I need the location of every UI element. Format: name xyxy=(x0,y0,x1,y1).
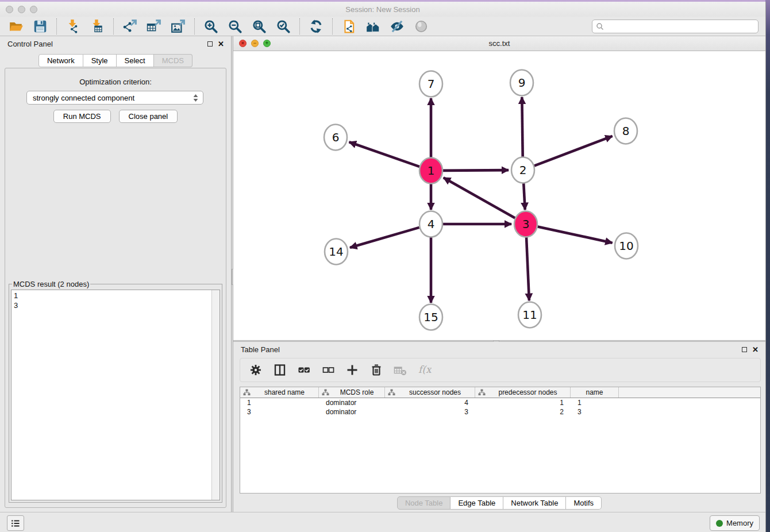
node-table-body: 1dominator4113dominator323 xyxy=(240,398,760,417)
node-6[interactable]: 6 xyxy=(324,125,347,151)
result-scrollbar[interactable] xyxy=(211,290,220,500)
node-14[interactable]: 14 xyxy=(325,239,348,265)
criterion-dropdown[interactable]: strongly connected component xyxy=(26,91,203,105)
cell-MCDS-role[interactable]: dominator xyxy=(319,408,385,416)
network-view-title: scc.txt xyxy=(233,39,765,48)
network-canvas[interactable]: 7968124314101511 xyxy=(233,51,765,340)
memory-status-icon xyxy=(716,520,723,527)
edge-2-8[interactable] xyxy=(534,136,613,166)
show-all-button[interactable] xyxy=(413,18,429,34)
tab-mcds[interactable]: MCDS xyxy=(154,54,192,67)
import-table-button[interactable] xyxy=(89,18,105,34)
node-9[interactable]: 9 xyxy=(510,70,533,96)
edge-1-2[interactable] xyxy=(443,170,509,171)
tab-node-table[interactable]: Node Table xyxy=(397,496,451,510)
cell-name[interactable]: 3 xyxy=(571,408,619,416)
edge-2-3[interactable] xyxy=(523,182,525,210)
column-header-MCDS-role[interactable]: MCDS role xyxy=(319,387,385,398)
cell-shared-name[interactable]: 1 xyxy=(240,399,319,407)
node-7[interactable]: 7 xyxy=(419,71,442,97)
column-header-shared-name[interactable]: shared name xyxy=(240,387,319,398)
edge-2-9[interactable] xyxy=(522,97,522,158)
control-panel-float-icon[interactable] xyxy=(207,41,213,47)
cell-predecessor-nodes[interactable]: 2 xyxy=(475,408,571,416)
table-row[interactable]: 1dominator411 xyxy=(240,398,760,407)
close-panel-button[interactable]: Close panel xyxy=(119,110,178,123)
search-input[interactable] xyxy=(604,21,758,32)
window-minimize-button[interactable] xyxy=(18,6,25,13)
cell-MCDS-role[interactable]: dominator xyxy=(319,399,385,407)
zoom-out-icon xyxy=(228,19,242,34)
node-label: 15 xyxy=(424,310,438,324)
node-15[interactable]: 15 xyxy=(419,304,442,330)
node-11[interactable]: 11 xyxy=(518,302,541,328)
cell-name[interactable]: 1 xyxy=(571,399,619,407)
zoom-in-button[interactable] xyxy=(203,18,219,34)
hide-selected-button[interactable] xyxy=(389,18,405,34)
node-1[interactable]: 1 xyxy=(419,158,442,184)
tab-network[interactable]: Network xyxy=(38,54,83,67)
cell-successor-nodes[interactable]: 3 xyxy=(385,408,475,416)
cell-shared-name[interactable]: 3 xyxy=(240,408,319,416)
export-image-icon xyxy=(171,19,186,34)
refresh-button[interactable] xyxy=(308,18,324,34)
status-bar: Memory xyxy=(0,512,765,532)
tab-network-table[interactable]: Network Table xyxy=(503,496,566,510)
edge-4-14[interactable] xyxy=(350,228,419,248)
desktop-background-sliver xyxy=(765,0,770,532)
import-network-button[interactable] xyxy=(65,18,81,34)
table-panel-float-icon[interactable] xyxy=(742,347,747,352)
control-panel-close-icon[interactable]: ✕ xyxy=(218,40,224,48)
window-close-button[interactable] xyxy=(6,6,13,13)
tab-select[interactable]: Select xyxy=(117,54,154,67)
edge-3-1[interactable] xyxy=(444,178,515,218)
cell-successor-nodes[interactable]: 4 xyxy=(385,399,475,407)
node-4[interactable]: 4 xyxy=(419,211,442,237)
add-button[interactable] xyxy=(345,363,360,377)
edge-3-10[interactable] xyxy=(538,226,613,242)
panel-selector-button[interactable] xyxy=(7,515,24,531)
optimization-criterion-label: Optimization criterion: xyxy=(5,78,226,86)
export-table-button[interactable] xyxy=(146,18,162,34)
mcds-result-list[interactable]: 1 3 xyxy=(11,290,220,500)
deselect-all-button[interactable] xyxy=(321,363,336,377)
run-mcds-button[interactable]: Run MCDS xyxy=(53,110,111,123)
gear-button[interactable] xyxy=(248,363,263,377)
tab-motifs[interactable]: Motifs xyxy=(566,496,602,510)
export-network-button[interactable] xyxy=(122,18,138,34)
node-2[interactable]: 2 xyxy=(511,157,534,183)
select-all-button[interactable] xyxy=(297,363,311,377)
edge-1-6[interactable] xyxy=(349,142,420,167)
zoom-selected-button[interactable] xyxy=(275,18,291,34)
delete-table-button xyxy=(393,363,408,377)
table-panel-close-icon[interactable]: ✕ xyxy=(752,346,759,353)
cell-predecessor-nodes[interactable]: 1 xyxy=(475,399,571,407)
node-10[interactable]: 10 xyxy=(615,233,638,259)
window-zoom-button[interactable] xyxy=(30,6,37,13)
window-title: Session: New Session xyxy=(0,5,765,14)
tree-icon xyxy=(388,389,395,396)
table-row[interactable]: 3dominator323 xyxy=(240,407,760,417)
columns-button[interactable] xyxy=(272,363,287,377)
column-header-successor-nodes[interactable]: successor nodes xyxy=(385,387,475,398)
open-folder-button[interactable] xyxy=(8,18,24,34)
export-image-button[interactable] xyxy=(170,18,186,34)
save-button[interactable] xyxy=(32,18,48,34)
column-header-name[interactable]: name xyxy=(571,387,619,398)
duplicate-network-button[interactable] xyxy=(341,18,357,34)
edge-3-11[interactable] xyxy=(526,236,529,300)
open-folder-icon xyxy=(9,19,24,34)
tree-icon xyxy=(478,389,486,396)
memory-button[interactable]: Memory xyxy=(710,515,760,531)
delete-button[interactable] xyxy=(369,363,384,377)
function-icon: f(x) xyxy=(418,363,432,377)
zoom-out-button[interactable] xyxy=(227,18,243,34)
tab-style[interactable]: Style xyxy=(83,54,117,67)
node-8[interactable]: 8 xyxy=(614,118,637,144)
zoom-fit-button[interactable] xyxy=(251,18,267,34)
network-view-window: × − + scc.txt 7968124314101511 xyxy=(233,36,765,340)
column-header-predecessor-nodes[interactable]: predecessor nodes xyxy=(475,387,571,398)
tab-edge-table[interactable]: Edge Table xyxy=(451,496,503,510)
neighbors-button[interactable] xyxy=(365,18,381,34)
node-3[interactable]: 3 xyxy=(514,211,537,237)
